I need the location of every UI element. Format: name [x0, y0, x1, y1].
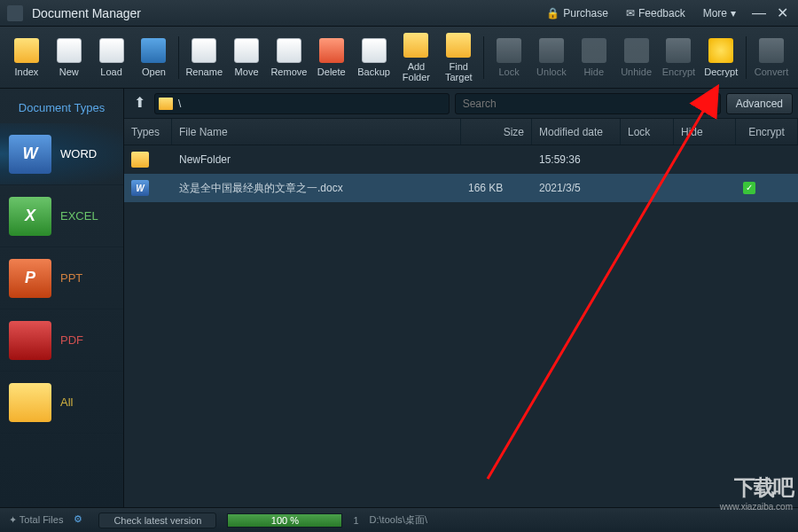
col-encrypt[interactable]: Encrypt: [736, 119, 798, 145]
lock-icon: [497, 38, 521, 63]
move-icon: [234, 38, 259, 63]
file-name: NewFolder: [172, 153, 461, 166]
file-list: NewFolder 15:59:36 W 这是全中国最经典的文章之一.docx …: [124, 145, 798, 507]
document-open-icon: [141, 38, 166, 63]
rename-icon: [192, 38, 216, 63]
close-button[interactable]: ✕: [773, 4, 791, 21]
unhide-button[interactable]: Unhide: [615, 38, 658, 77]
hide-button[interactable]: Hide: [573, 38, 615, 77]
move-button[interactable]: Move: [225, 38, 268, 77]
delete-button[interactable]: Delete: [310, 38, 353, 77]
new-button[interactable]: New: [48, 38, 90, 77]
toolbar-separator: [483, 36, 484, 79]
sidebar: Document Types W WORD X EXCEL P PPT PDF …: [0, 89, 124, 507]
folder-icon: [14, 38, 39, 63]
file-modified: 2021/3/5: [532, 182, 621, 194]
convert-button[interactable]: Convert: [750, 38, 793, 77]
col-filename[interactable]: File Name: [172, 119, 461, 145]
path-text: \: [178, 98, 181, 110]
sidebar-heading: Document Types: [0, 89, 123, 123]
convert-icon: [759, 38, 784, 63]
status-path: D:\tools\桌面\: [370, 513, 427, 527]
file-size: 166 KB: [461, 182, 532, 194]
sidebar-item-label: PDF: [60, 333, 83, 347]
table-row[interactable]: NewFolder 15:59:36: [124, 145, 798, 174]
delete-icon: [319, 38, 344, 63]
col-lock[interactable]: Lock: [621, 119, 674, 145]
search-folder-icon: [446, 33, 471, 58]
col-hide[interactable]: Hide: [674, 119, 736, 145]
up-button[interactable]: ⬆: [129, 94, 149, 113]
word-file-icon: W: [131, 180, 149, 196]
column-headers: Types File Name Size Modified date Lock …: [124, 119, 798, 145]
total-files-label: ✦ Total Files: [9, 514, 63, 526]
folder-icon: [159, 98, 173, 110]
sidebar-item-label: EXCEL: [60, 209, 98, 223]
sidebar-item-all[interactable]: All: [0, 372, 123, 434]
file-modified: 15:59:36: [532, 153, 621, 166]
remove-button[interactable]: Remove: [268, 38, 310, 77]
check-icon: ✓: [743, 182, 755, 194]
addfolder-button[interactable]: Add Folder: [395, 33, 438, 82]
sidebar-item-excel[interactable]: X EXCEL: [0, 185, 123, 247]
document-new-icon: [57, 38, 82, 63]
load-button[interactable]: Load: [90, 38, 133, 77]
unlock-icon: [539, 38, 564, 63]
minimize-button[interactable]: —: [750, 5, 768, 21]
backup-button[interactable]: Backup: [353, 38, 395, 77]
watermark: 下载吧 www.xiazaiba.com: [720, 473, 793, 512]
decrypt-icon: [708, 38, 733, 63]
all-folder-icon: [9, 383, 51, 422]
index-button[interactable]: Index: [5, 38, 48, 77]
lock-button[interactable]: Lock: [488, 38, 530, 77]
pdf-icon: [9, 321, 51, 360]
col-modified[interactable]: Modified date: [532, 119, 621, 145]
main-panel: ⬆ \ Advanced Types File Name Size Modifi…: [124, 89, 798, 507]
backup-icon: [362, 38, 387, 63]
feedback-button[interactable]: ✉Feedback: [617, 4, 694, 22]
col-types[interactable]: Types: [124, 119, 172, 145]
encrypt-button[interactable]: Encrypt: [658, 38, 700, 77]
encrypt-icon: [666, 38, 691, 63]
lock-icon: 🔒: [546, 7, 559, 20]
remove-icon: [277, 38, 301, 63]
pathbar: ⬆ \ Advanced: [124, 89, 798, 119]
cloud-hide-icon: [582, 38, 606, 63]
decrypt-button[interactable]: Decrypt: [700, 38, 742, 77]
col-size[interactable]: Size: [461, 119, 532, 145]
findtarget-button[interactable]: Find Target: [437, 33, 480, 82]
ppt-icon: P: [9, 259, 51, 298]
folder-add-icon: [403, 33, 428, 58]
document-load-icon: [99, 38, 124, 63]
folder-icon: [131, 152, 149, 168]
check-version-button[interactable]: Check latest version: [98, 512, 216, 528]
chevron-down-icon: ▾: [731, 7, 736, 20]
sidebar-item-pdf[interactable]: PDF: [0, 309, 123, 372]
statusbar: ✦ Total Files ⚙ Check latest version 100…: [0, 507, 798, 532]
titlebar: Document Manager 🔒Purchase ✉Feedback Mor…: [0, 0, 798, 27]
file-name: 这是全中国最经典的文章之一.docx: [172, 181, 461, 196]
sidebar-item-label: WORD: [60, 147, 97, 160]
mail-icon: ✉: [626, 7, 635, 20]
breadcrumb[interactable]: \: [154, 93, 450, 114]
sidebar-item-word[interactable]: W WORD: [0, 123, 123, 185]
word-icon: W: [9, 135, 51, 174]
progress-bar: 100 %: [227, 513, 342, 528]
advanced-button[interactable]: Advanced: [726, 93, 793, 114]
purchase-button[interactable]: 🔒Purchase: [537, 4, 617, 22]
app-icon: [7, 5, 23, 21]
toolbar-separator: [178, 36, 179, 79]
more-button[interactable]: More ▾: [694, 4, 745, 22]
app-title: Document Manager: [32, 6, 141, 20]
table-row[interactable]: W 这是全中国最经典的文章之一.docx 166 KB 2021/3/5 ✓: [124, 174, 798, 202]
file-count: 1: [353, 515, 358, 526]
sidebar-item-label: All: [60, 395, 73, 409]
open-button[interactable]: Open: [133, 38, 176, 77]
toolbar: Index New Load Open Rename Move Remove D…: [0, 27, 798, 89]
rename-button[interactable]: Rename: [183, 38, 225, 77]
toolbar-separator: [746, 36, 747, 79]
unlock-button[interactable]: Unlock: [530, 38, 573, 77]
sidebar-item-ppt[interactable]: P PPT: [0, 247, 123, 309]
search-input[interactable]: [455, 93, 721, 114]
settings-button[interactable]: ⚙: [74, 513, 88, 528]
